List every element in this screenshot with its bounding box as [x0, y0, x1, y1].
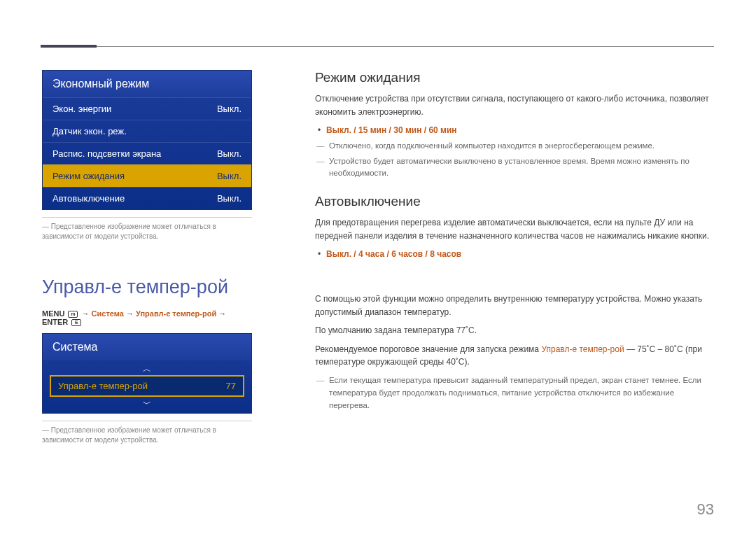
- menu-row-energy[interactable]: Экон. энергии Выкл.: [43, 97, 251, 120]
- breadcrumb-item: Управл-е темпер-рой: [136, 309, 216, 318]
- temperature-item[interactable]: Управл-е темпер-рой 77: [50, 375, 244, 397]
- menu-row-standby[interactable]: Режим ожидания Выкл.: [43, 164, 251, 187]
- header-rule: [42, 46, 714, 47]
- arrow-separator: →: [82, 309, 92, 318]
- menu-row-schedule[interactable]: Распис. подсветки экрана Выкл.: [43, 142, 251, 164]
- eco-menu-box: Экономный режим Экон. энергии Выкл. Датч…: [42, 70, 252, 210]
- standby-options: Выкл. / 15 мин / 30 мин / 60 мин: [315, 124, 714, 137]
- system-menu-box: Система ︿ Управл-е темпер-рой 77 ﹀: [42, 333, 252, 414]
- autooff-options: Выкл. / 4 часа / 6 часов / 8 часов: [315, 248, 714, 261]
- breadcrumb-menu: MENU: [42, 309, 64, 318]
- left-column: Экономный режим Экон. энергии Выкл. Датч…: [42, 70, 252, 445]
- menu-row-sensor[interactable]: Датчик экон. реж.: [43, 120, 251, 142]
- system-menu-title: Система: [43, 334, 251, 360]
- menu-row-label: Автовыключение: [52, 193, 125, 204]
- eco-menu-title: Экономный режим: [43, 71, 251, 97]
- menu-row-autooff[interactable]: Автовыключение Выкл.: [43, 187, 251, 209]
- arrow-separator: →: [218, 309, 226, 318]
- disclaimer-text: Представленное изображение может отличат…: [42, 223, 216, 240]
- standby-paragraph: Отключение устройства при отсутствии сиг…: [315, 92, 714, 118]
- standby-note-1: Отключено, когда подключенный компьютер …: [315, 140, 714, 153]
- temp-paragraph-2: По умолчанию задана температура 77˚C.: [315, 324, 714, 337]
- breadcrumb-system: Система: [92, 309, 124, 318]
- disclaimer-text: Представленное изображение может отличат…: [42, 426, 216, 444]
- disclaimer-1: ― Представленное изображение может отлич…: [42, 217, 252, 241]
- chevron-up-icon: ︿: [143, 363, 151, 375]
- page-number: 93: [697, 500, 714, 519]
- menu-row-label: Датчик экон. реж.: [52, 126, 127, 136]
- menu-row-value: Выкл.: [217, 104, 241, 114]
- temp-paragraph-3: Рекомендуемое пороговое значение для зап…: [315, 343, 714, 369]
- chevron-down-icon: ﹀: [143, 398, 151, 410]
- temperature-item-value: 77: [226, 381, 236, 391]
- menu-row-value: Выкл.: [217, 193, 241, 204]
- temp-paragraph-1: С помощью этой функции можно определить …: [315, 293, 714, 318]
- disclaimer-2: ― Представленное изображение может отлич…: [42, 421, 252, 445]
- right-column-lower: С помощью этой функции можно определить …: [315, 293, 714, 414]
- menu-icon: m: [68, 311, 78, 318]
- right-column-upper: Режим ожидания Отключение устройства при…: [315, 70, 714, 264]
- standby-note-2: Устройство будет автоматически выключено…: [315, 155, 714, 181]
- standby-heading: Режим ожидания: [315, 70, 714, 85]
- menu-row-label: Распис. подсветки экрана: [52, 148, 161, 159]
- breadcrumb-enter: ENTER: [42, 318, 68, 326]
- menu-row-label: Экон. энергии: [52, 104, 111, 114]
- chevron-up-row[interactable]: ︿: [43, 360, 251, 375]
- chevron-down-row[interactable]: ﹀: [43, 398, 251, 413]
- arrow-separator: →: [126, 309, 136, 318]
- temperature-item-label: Управл-е темпер-рой: [58, 381, 148, 391]
- dash-prefix: ―: [42, 223, 51, 230]
- autooff-paragraph: Для предотвращения перегрева изделие авт…: [315, 216, 714, 242]
- autooff-heading: Автовыключение: [315, 194, 714, 209]
- menu-row-value: Выкл.: [217, 148, 241, 159]
- enter-icon: E: [71, 319, 81, 326]
- menu-row-value: Выкл.: [217, 171, 241, 181]
- breadcrumb: MENU m → Система → Управл-е темпер-рой →…: [42, 309, 252, 326]
- temp-note-1: Если текущая температура превысит заданн…: [315, 374, 714, 412]
- temperature-control-title: Управл-е темпер-рой: [42, 276, 252, 298]
- dash-prefix: ―: [42, 426, 51, 434]
- menu-row-label: Режим ожидания: [52, 171, 125, 181]
